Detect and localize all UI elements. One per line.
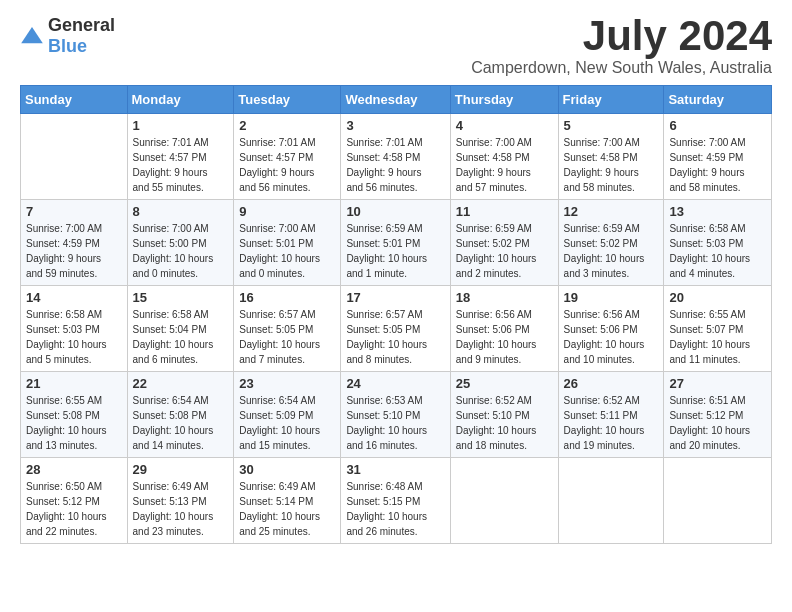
cell-content: Sunrise: 6:49 AMSunset: 5:14 PMDaylight:…	[239, 479, 335, 539]
cell-content: Sunrise: 6:55 AMSunset: 5:07 PMDaylight:…	[669, 307, 766, 367]
calendar-cell: 10Sunrise: 6:59 AMSunset: 5:01 PMDayligh…	[341, 200, 450, 286]
calendar-cell: 20Sunrise: 6:55 AMSunset: 5:07 PMDayligh…	[664, 286, 772, 372]
cell-content: Sunrise: 6:48 AMSunset: 5:15 PMDaylight:…	[346, 479, 444, 539]
day-number: 25	[456, 376, 553, 391]
cell-content: Sunrise: 7:00 AMSunset: 4:58 PMDaylight:…	[564, 135, 659, 195]
calendar-week-2: 7Sunrise: 7:00 AMSunset: 4:59 PMDaylight…	[21, 200, 772, 286]
calendar-cell: 12Sunrise: 6:59 AMSunset: 5:02 PMDayligh…	[558, 200, 664, 286]
calendar-cell: 9Sunrise: 7:00 AMSunset: 5:01 PMDaylight…	[234, 200, 341, 286]
calendar-cell: 26Sunrise: 6:52 AMSunset: 5:11 PMDayligh…	[558, 372, 664, 458]
day-number: 13	[669, 204, 766, 219]
cell-content: Sunrise: 6:51 AMSunset: 5:12 PMDaylight:…	[669, 393, 766, 453]
day-number: 2	[239, 118, 335, 133]
svg-marker-0	[21, 27, 43, 43]
calendar-cell: 17Sunrise: 6:57 AMSunset: 5:05 PMDayligh…	[341, 286, 450, 372]
calendar-cell: 15Sunrise: 6:58 AMSunset: 5:04 PMDayligh…	[127, 286, 234, 372]
cell-content: Sunrise: 7:01 AMSunset: 4:58 PMDaylight:…	[346, 135, 444, 195]
calendar-table: SundayMondayTuesdayWednesdayThursdayFrid…	[20, 85, 772, 544]
calendar-cell: 28Sunrise: 6:50 AMSunset: 5:12 PMDayligh…	[21, 458, 128, 544]
calendar-header-thursday: Thursday	[450, 86, 558, 114]
day-number: 21	[26, 376, 122, 391]
cell-content: Sunrise: 6:53 AMSunset: 5:10 PMDaylight:…	[346, 393, 444, 453]
calendar-cell: 23Sunrise: 6:54 AMSunset: 5:09 PMDayligh…	[234, 372, 341, 458]
day-number: 17	[346, 290, 444, 305]
cell-content: Sunrise: 7:01 AMSunset: 4:57 PMDaylight:…	[133, 135, 229, 195]
cell-content: Sunrise: 7:00 AMSunset: 4:58 PMDaylight:…	[456, 135, 553, 195]
cell-content: Sunrise: 6:58 AMSunset: 5:03 PMDaylight:…	[669, 221, 766, 281]
day-number: 29	[133, 462, 229, 477]
cell-content: Sunrise: 6:55 AMSunset: 5:08 PMDaylight:…	[26, 393, 122, 453]
day-number: 16	[239, 290, 335, 305]
logo: General Blue	[20, 15, 115, 57]
day-number: 5	[564, 118, 659, 133]
day-number: 8	[133, 204, 229, 219]
cell-content: Sunrise: 6:58 AMSunset: 5:03 PMDaylight:…	[26, 307, 122, 367]
cell-content: Sunrise: 6:58 AMSunset: 5:04 PMDaylight:…	[133, 307, 229, 367]
logo-icon	[20, 24, 44, 48]
calendar-cell: 4Sunrise: 7:00 AMSunset: 4:58 PMDaylight…	[450, 114, 558, 200]
calendar-header-monday: Monday	[127, 86, 234, 114]
day-number: 15	[133, 290, 229, 305]
day-number: 19	[564, 290, 659, 305]
cell-content: Sunrise: 6:56 AMSunset: 5:06 PMDaylight:…	[564, 307, 659, 367]
day-number: 27	[669, 376, 766, 391]
cell-content: Sunrise: 6:54 AMSunset: 5:08 PMDaylight:…	[133, 393, 229, 453]
location-title: Camperdown, New South Wales, Australia	[471, 59, 772, 77]
calendar-cell: 27Sunrise: 6:51 AMSunset: 5:12 PMDayligh…	[664, 372, 772, 458]
day-number: 10	[346, 204, 444, 219]
day-number: 20	[669, 290, 766, 305]
calendar-cell: 31Sunrise: 6:48 AMSunset: 5:15 PMDayligh…	[341, 458, 450, 544]
day-number: 22	[133, 376, 229, 391]
calendar-week-1: 1Sunrise: 7:01 AMSunset: 4:57 PMDaylight…	[21, 114, 772, 200]
calendar-cell: 5Sunrise: 7:00 AMSunset: 4:58 PMDaylight…	[558, 114, 664, 200]
calendar-cell: 21Sunrise: 6:55 AMSunset: 5:08 PMDayligh…	[21, 372, 128, 458]
title-area: July 2024 Camperdown, New South Wales, A…	[471, 15, 772, 77]
page-header: General Blue July 2024 Camperdown, New S…	[20, 15, 772, 77]
calendar-cell	[558, 458, 664, 544]
calendar-cell: 16Sunrise: 6:57 AMSunset: 5:05 PMDayligh…	[234, 286, 341, 372]
cell-content: Sunrise: 6:54 AMSunset: 5:09 PMDaylight:…	[239, 393, 335, 453]
calendar-cell: 7Sunrise: 7:00 AMSunset: 4:59 PMDaylight…	[21, 200, 128, 286]
day-number: 28	[26, 462, 122, 477]
calendar-cell: 18Sunrise: 6:56 AMSunset: 5:06 PMDayligh…	[450, 286, 558, 372]
calendar-cell: 3Sunrise: 7:01 AMSunset: 4:58 PMDaylight…	[341, 114, 450, 200]
day-number: 4	[456, 118, 553, 133]
calendar-cell	[664, 458, 772, 544]
day-number: 12	[564, 204, 659, 219]
calendar-cell: 6Sunrise: 7:00 AMSunset: 4:59 PMDaylight…	[664, 114, 772, 200]
day-number: 31	[346, 462, 444, 477]
cell-content: Sunrise: 6:50 AMSunset: 5:12 PMDaylight:…	[26, 479, 122, 539]
day-number: 14	[26, 290, 122, 305]
cell-content: Sunrise: 6:57 AMSunset: 5:05 PMDaylight:…	[346, 307, 444, 367]
calendar-cell: 1Sunrise: 7:01 AMSunset: 4:57 PMDaylight…	[127, 114, 234, 200]
logo-general: General	[48, 15, 115, 35]
day-number: 30	[239, 462, 335, 477]
calendar-cell: 8Sunrise: 7:00 AMSunset: 5:00 PMDaylight…	[127, 200, 234, 286]
calendar-cell: 24Sunrise: 6:53 AMSunset: 5:10 PMDayligh…	[341, 372, 450, 458]
day-number: 24	[346, 376, 444, 391]
calendar-header-tuesday: Tuesday	[234, 86, 341, 114]
logo-blue: Blue	[48, 36, 87, 56]
calendar-cell	[21, 114, 128, 200]
calendar-cell: 30Sunrise: 6:49 AMSunset: 5:14 PMDayligh…	[234, 458, 341, 544]
cell-content: Sunrise: 6:52 AMSunset: 5:11 PMDaylight:…	[564, 393, 659, 453]
cell-content: Sunrise: 6:49 AMSunset: 5:13 PMDaylight:…	[133, 479, 229, 539]
month-title: July 2024	[471, 15, 772, 57]
calendar-cell: 22Sunrise: 6:54 AMSunset: 5:08 PMDayligh…	[127, 372, 234, 458]
day-number: 3	[346, 118, 444, 133]
cell-content: Sunrise: 7:00 AMSunset: 5:01 PMDaylight:…	[239, 221, 335, 281]
day-number: 23	[239, 376, 335, 391]
day-number: 6	[669, 118, 766, 133]
day-number: 18	[456, 290, 553, 305]
calendar-cell: 2Sunrise: 7:01 AMSunset: 4:57 PMDaylight…	[234, 114, 341, 200]
calendar-cell: 29Sunrise: 6:49 AMSunset: 5:13 PMDayligh…	[127, 458, 234, 544]
calendar-cell: 19Sunrise: 6:56 AMSunset: 5:06 PMDayligh…	[558, 286, 664, 372]
logo-text: General Blue	[48, 15, 115, 57]
cell-content: Sunrise: 7:01 AMSunset: 4:57 PMDaylight:…	[239, 135, 335, 195]
cell-content: Sunrise: 7:00 AMSunset: 4:59 PMDaylight:…	[26, 221, 122, 281]
calendar-cell: 14Sunrise: 6:58 AMSunset: 5:03 PMDayligh…	[21, 286, 128, 372]
cell-content: Sunrise: 7:00 AMSunset: 4:59 PMDaylight:…	[669, 135, 766, 195]
calendar-header-friday: Friday	[558, 86, 664, 114]
cell-content: Sunrise: 6:59 AMSunset: 5:02 PMDaylight:…	[564, 221, 659, 281]
cell-content: Sunrise: 6:59 AMSunset: 5:02 PMDaylight:…	[456, 221, 553, 281]
